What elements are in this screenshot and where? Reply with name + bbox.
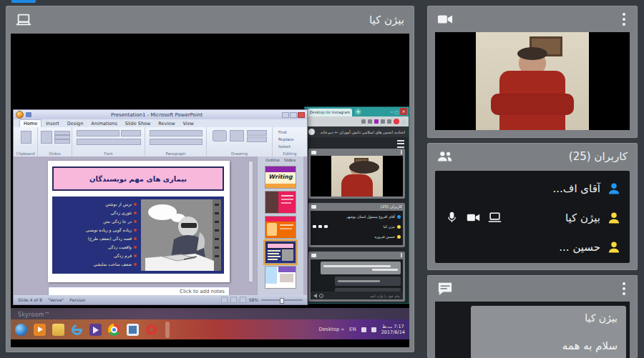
- zoom-slider: [261, 299, 303, 301]
- ribbon-tab-insert: Insert: [42, 120, 63, 127]
- user-row[interactable]: حسین ...: [435, 232, 630, 262]
- mini-chat-input: پیام خود را وارد کنید: [311, 292, 403, 299]
- slide-content-box: ترس از نوشتن تئوری زدگی در جا زدگی متن ز…: [52, 197, 224, 274]
- slide-canvas: بیماری های مهم نویسندگان ترس از نوشتن تئ…: [48, 161, 230, 282]
- slides-thumbnail-pane: Outline Slides Writing: [257, 156, 303, 295]
- photos-app-icon: [127, 324, 139, 336]
- camera-icon: [318, 225, 322, 228]
- chat-menu-icon[interactable]: [620, 280, 628, 297]
- shared-desktop: Desktop for Instagram + ─ ▢ × ⋮: [11, 34, 409, 347]
- restore-icon: [290, 112, 297, 118]
- user-icon: [607, 211, 621, 225]
- status-slide-number: Slide 4 of 8: [18, 297, 42, 302]
- profile-avatar-icon: [394, 119, 399, 124]
- user-name: بیژن کیا: [565, 212, 600, 224]
- media-app-icon: [89, 324, 102, 336]
- mini-chat-panel: پیام خود را وارد کنید: [308, 252, 405, 302]
- mini-users-panel: کاربران (25) آقای افروغ مسئول استان بوشه…: [308, 203, 405, 247]
- user-icon: [607, 240, 621, 254]
- microphone-icon: [445, 212, 459, 224]
- ribbon-group-editing: Find Replace Select Editing: [273, 127, 307, 156]
- mini-user-row: آقای افروغ مسئول استان بوشهر: [313, 212, 401, 222]
- media-player-icon: [34, 324, 46, 336]
- chat-sender-name: بیژن کیا: [479, 312, 618, 324]
- users-list: آقای اف... بیژن کیا: [435, 171, 630, 263]
- mini-video-feed: [311, 156, 403, 197]
- camera-icon: [467, 212, 480, 224]
- chat-icon: [311, 254, 316, 257]
- mini-users-list: آقای افروغ مسئول استان بوشهر بیژن کیا حس…: [311, 211, 403, 245]
- user-row[interactable]: آقای اف...: [435, 174, 630, 203]
- ribbon-tab-view: View: [180, 120, 197, 127]
- chrome-toolbar: ⋮: [305, 116, 409, 126]
- slide-thumbnail-2: [265, 191, 296, 214]
- user-row[interactable]: بیژن کیا: [435, 203, 630, 232]
- ribbon-tab-animations: Animations: [87, 120, 121, 127]
- mini-user-name: بیژن کیا: [384, 224, 395, 229]
- avatar-icon: [308, 129, 315, 135]
- video-menu-icon[interactable]: [620, 11, 628, 28]
- slide-bullet-list: ترس از نوشتن تئوری زدگی در جا زدگی متن ز…: [55, 200, 137, 269]
- status-language: Persian: [69, 297, 85, 302]
- chrome-menu-icon: ⋮: [401, 119, 406, 124]
- screen-icon: [324, 225, 328, 228]
- ribbon-group-slides: Slides: [38, 127, 72, 156]
- powerpoint-window-title: Presentation1 - Microsoft PowerPoint: [31, 112, 282, 118]
- powerpoint-status-bar: Slide 4 of 8 "Verve" Persian 58%: [14, 295, 307, 304]
- video-panel: [427, 6, 638, 138]
- mini-user-name: آقای افروغ مسئول استان بوشهر: [346, 214, 395, 219]
- windows-start-icon: [15, 324, 27, 336]
- extension-icon: [361, 119, 366, 124]
- status-zoom-level: 58%: [249, 297, 258, 302]
- powerpoint-workarea: بیماری های مهم نویسندگان ترس از نوشتن تئ…: [14, 156, 307, 295]
- user-icon: [397, 215, 401, 219]
- mini-user-row: حسین فیروزه: [313, 232, 401, 242]
- ribbon-tabs: Home Insert Design Animations Slide Show…: [14, 119, 307, 127]
- chrome-close-icon: ×: [400, 108, 407, 115]
- internet-explorer-icon: [71, 324, 83, 336]
- screen-share-panel: بیژن کیا Desktop for Instagram + ─ ▢ ×: [6, 6, 414, 352]
- mini-user-devices: [313, 225, 328, 228]
- chat-messages: بیژن کیا سلام به همه: [435, 302, 630, 358]
- ribbon-group-paragraph: Paragraph: [145, 127, 207, 156]
- mini-chat-bubble: [335, 277, 401, 286]
- send-icon: [313, 294, 317, 298]
- share-presenter-name: بیژن کیا: [31, 14, 404, 26]
- slide-scrollbar: [248, 161, 253, 282]
- users-panel-header: کاربران (25): [428, 144, 637, 169]
- user-icon: [397, 235, 401, 239]
- chat-panel: بیژن کیا سلام به همه: [427, 275, 638, 358]
- tray-flag-icon: [361, 327, 366, 332]
- laptop-icon: [16, 13, 31, 27]
- chrome-icon: [108, 324, 120, 336]
- skyroom-app: بیژن کیا Desktop for Instagram + ─ ▢ ×: [0, 0, 644, 358]
- chat-panel-header: [428, 276, 637, 302]
- camera-icon: [311, 151, 316, 154]
- desktop-wallpaper-strip: [11, 308, 409, 320]
- ribbon-group-clipboard: Clipboard: [14, 127, 38, 156]
- mini-room-title: اتحادیه انجمن های اسلامی دانش آموزان ← د…: [318, 130, 405, 134]
- user-icon: [397, 225, 401, 229]
- system-tray: Desktop » EN 7:17 ب.ظ 2017/6/14: [319, 324, 405, 335]
- close-icon: [298, 112, 305, 118]
- chrome-tab-bar: Desktop for Instagram + ─ ▢ ×: [305, 107, 409, 116]
- active-app-highlight: [165, 322, 170, 338]
- ribbon-tab-review: Review: [155, 120, 178, 127]
- tray-volume-icon: [371, 327, 376, 332]
- powerpoint-title-bar: Presentation1 - Microsoft PowerPoint: [14, 110, 307, 119]
- users-panel: کاربران (25) آقای اف... بیژن کیا: [427, 143, 638, 270]
- save-icon: [26, 112, 31, 117]
- chat-message-text: سلام به همه: [479, 339, 618, 352]
- camera-icon: [437, 12, 453, 26]
- minimize-icon: [282, 112, 289, 118]
- slide-thumbnail-4-selected: [265, 241, 296, 264]
- slide-thumbnail-5: [265, 266, 296, 289]
- slide-thumbnail-3: [265, 216, 296, 239]
- ribbon-group-font: Font: [72, 127, 145, 156]
- video-panel-header: [428, 6, 637, 32]
- emoji-icon: [319, 294, 323, 298]
- status-theme: "Verve": [48, 297, 64, 302]
- mini-user-name: حسین فیروزه: [374, 234, 395, 239]
- users-icon: [437, 149, 453, 164]
- mini-chat-messages: پیام خود را وارد کنید: [311, 259, 403, 299]
